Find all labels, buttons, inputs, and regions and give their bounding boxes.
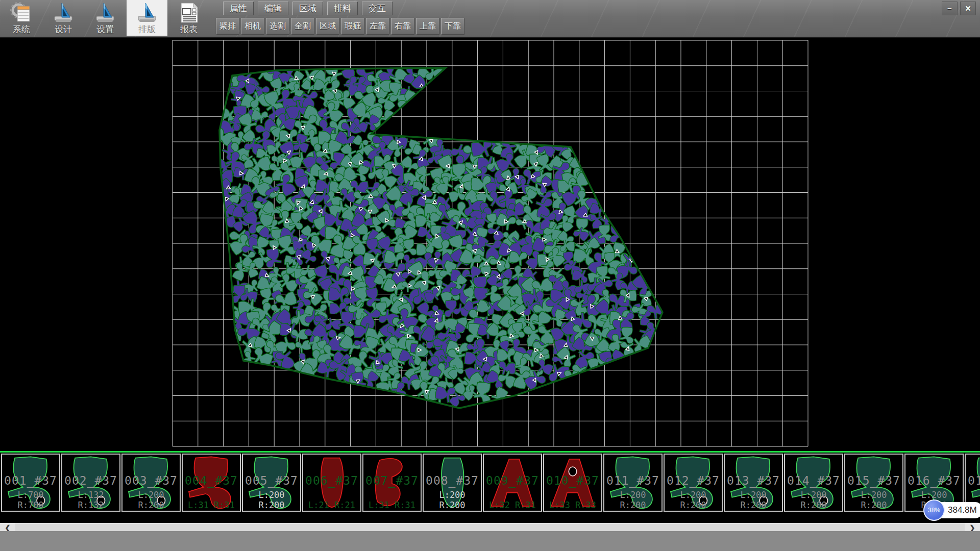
piece-id-label: 001_#37 (2, 474, 59, 487)
main-button-label: 报表 (180, 24, 198, 35)
piece-lr-count: L:200 R:200 (725, 490, 782, 510)
menu-tab[interactable]: 属性 (223, 2, 254, 15)
piece-thumbnail[interactable]: 013_#37L:200 R:200 (724, 454, 783, 512)
action-button[interactable]: 区域 (316, 18, 339, 35)
piece-id-label: 010_#37 (544, 474, 601, 487)
memory-badge[interactable]: 38% 384.8M (924, 502, 980, 518)
design-icon (52, 1, 75, 24)
piece-lr-count: L:200 R:200 (424, 490, 481, 510)
main-button-report[interactable]: 报表 (168, 0, 209, 36)
piece-thumbnail[interactable]: 012_#37L:200 R:200 (664, 454, 723, 512)
action-button[interactable]: 相机 (241, 18, 264, 35)
piece-thumbnail[interactable]: 007_#37L:31 R:31 (362, 454, 422, 512)
nesting-canvas[interactable] (0, 37, 980, 451)
horizontal-scrollbar[interactable]: ❮ ❯ (0, 523, 980, 531)
close-button[interactable]: ✕ (960, 2, 976, 15)
minimize-button[interactable]: − (942, 2, 958, 15)
action-button-row: 聚排相机选割全割区域瑕疵左靠右靠上靠下靠 (216, 18, 464, 35)
piece-id-label: 004_#37 (183, 474, 240, 487)
piece-id-label: 013_#37 (725, 474, 782, 487)
piece-thumbnail[interactable]: 004_#37L:31 R:31 (182, 454, 241, 512)
main-button-design[interactable]: 设计 (43, 0, 84, 36)
piece-id-label: 016_#37 (905, 474, 963, 487)
layout-icon (135, 1, 159, 24)
nested-pieces (211, 62, 669, 409)
status-bar (0, 531, 980, 551)
memory-value: 384.8M (948, 505, 977, 515)
app-window: 系统设计设置排版报表 属性编辑区域排料交互 聚排相机选割全割区域瑕疵左靠右靠上靠… (0, 0, 980, 551)
piece-id-label: 005_#37 (243, 474, 300, 487)
piece-id-label: 009_#37 (484, 474, 541, 487)
piece-lr-count: L:200 R:200 (122, 490, 180, 510)
system-icon (10, 1, 33, 24)
scroll-left-arrow[interactable]: ❮ (0, 523, 15, 532)
piece-thumbnail[interactable]: 015_#37L:200 R:200 (844, 454, 903, 512)
action-button[interactable]: 聚排 (216, 18, 239, 35)
piece-id-label: 012_#37 (665, 474, 722, 487)
piece-id-label: 006_#37 (303, 474, 360, 487)
piece-id-label: 007_#37 (363, 474, 421, 487)
piece-lr-count: L:33 R:33 (544, 500, 601, 510)
piece-thumbnail[interactable]: 005_#37L:200 R:200 (242, 454, 301, 512)
main-button-layout[interactable]: 排版 (127, 0, 167, 36)
piece-lr-count: L:200 R:200 (604, 490, 662, 510)
action-button[interactable]: 下靠 (441, 18, 464, 35)
piece-id-label: 002_#37 (62, 474, 119, 487)
piece-thumbnail[interactable]: 010_#37L:33 R:33 (543, 454, 602, 512)
main-button-label: 设计 (55, 24, 72, 35)
piece-thumbnail[interactable]: 011_#37L:200 R:200 (603, 454, 663, 512)
pieces-strip: 001_#37L:700 R:700002_#37L:132 R:132003_… (0, 451, 980, 513)
window-controls: − ✕ (942, 2, 976, 15)
main-button-label: 排版 (138, 24, 156, 35)
piece-id-label: 003_#37 (122, 474, 180, 487)
piece-lr-count: L:31 R:31 (363, 500, 421, 510)
piece-lr-count: L:700 R:700 (2, 490, 59, 510)
settings-icon (93, 1, 117, 24)
piece-thumbnail[interactable]: 001_#37L:700 R:700 (1, 454, 60, 512)
piece-thumbnail[interactable]: 008_#37L:200 R:200 (423, 454, 482, 512)
piece-id-label: 017_#37 (966, 474, 980, 487)
piece-thumbnail[interactable]: 014_#37L:200 R:200 (784, 454, 843, 512)
menu-tab[interactable]: 编辑 (258, 2, 288, 15)
progress-ball[interactable]: 38% (923, 499, 945, 521)
report-icon (177, 1, 201, 24)
action-button[interactable]: 左靠 (366, 18, 389, 35)
piece-thumbnail[interactable]: 003_#37L:200 R:200 (121, 454, 181, 512)
piece-id-label: 014_#37 (785, 474, 842, 487)
main-button-settings[interactable]: 设置 (85, 0, 126, 36)
piece-id-label: 011_#37 (604, 474, 662, 487)
menu-tab[interactable]: 区域 (292, 2, 323, 15)
piece-lr-count: L:200 R:200 (665, 490, 722, 510)
nest-drawing (0, 37, 980, 451)
piece-lr-count: L:31 R:31 (183, 500, 240, 510)
main-button-label: 系统 (13, 24, 30, 35)
piece-thumbnail[interactable]: 002_#37L:132 R:132 (61, 454, 120, 512)
main-button-system[interactable]: 系统 (1, 0, 42, 36)
piece-lr-count: L:200 R:200 (845, 490, 902, 510)
action-button[interactable]: 右靠 (391, 18, 414, 35)
main-button-label: 设置 (96, 24, 114, 35)
scroll-right-arrow[interactable]: ❯ (965, 523, 980, 532)
menu-tab-row: 属性编辑区域排料交互 (223, 2, 393, 15)
action-button[interactable]: 选割 (266, 18, 289, 35)
piece-thumbnail[interactable]: 009_#37L:32 R:31 (483, 454, 542, 512)
menu-tab[interactable]: 排料 (327, 2, 358, 15)
piece-id-label: 015_#37 (845, 474, 902, 487)
piece-lr-count: L:21 R:21 (303, 500, 360, 510)
piece-lr-count: L:132 R:132 (62, 490, 119, 510)
action-button[interactable]: 上靠 (416, 18, 439, 35)
piece-lr-count: L:200 R:200 (785, 490, 842, 510)
piece-lr-count: L:32 R:31 (484, 500, 541, 510)
toolbar: 系统设计设置排版报表 属性编辑区域排料交互 聚排相机选割全割区域瑕疵左靠右靠上靠… (0, 0, 980, 38)
piece-id-label: 008_#37 (424, 474, 481, 487)
strip-separator-line (0, 451, 980, 453)
piece-lr-count: L:200 R:200 (243, 490, 300, 510)
action-button[interactable]: 全割 (291, 18, 314, 35)
piece-thumbnail[interactable]: 006_#37L:21 R:21 (302, 454, 361, 512)
menu-tab[interactable]: 交互 (362, 2, 393, 15)
action-button[interactable]: 瑕疵 (341, 18, 364, 35)
